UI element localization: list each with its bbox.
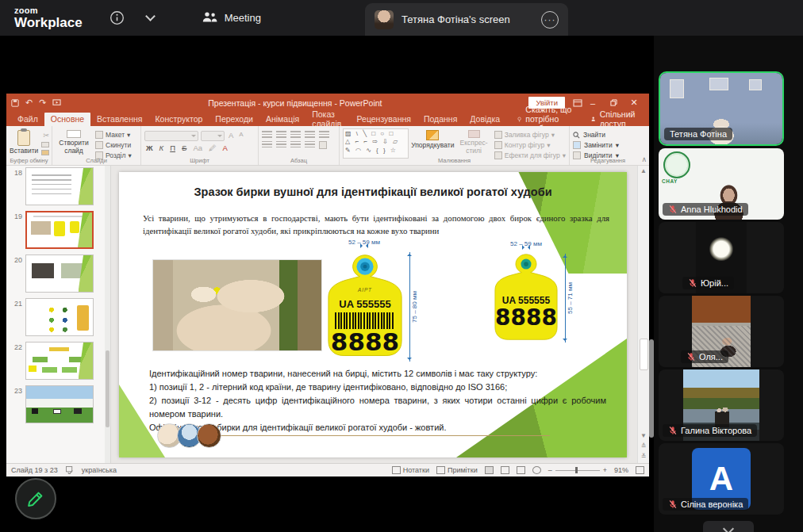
reset-button[interactable]: Скинути bbox=[95, 141, 132, 149]
paste-button[interactable]: Вставити bbox=[10, 128, 38, 155]
tab-file[interactable]: Файл bbox=[11, 113, 44, 126]
info-icon[interactable] bbox=[110, 10, 125, 25]
tab-review[interactable]: Рецензування bbox=[351, 113, 417, 126]
editor-scrollbar-thumb[interactable] bbox=[640, 339, 648, 370]
copy-icon[interactable] bbox=[41, 142, 49, 147]
collapse-ribbon-icon[interactable]: ∧ bbox=[641, 155, 647, 163]
editor-scrollbar[interactable]: ▲ ▼ ≙ ≚ bbox=[637, 166, 649, 463]
italic-button[interactable]: К bbox=[158, 144, 166, 152]
thumbnail-row[interactable]: 22 bbox=[11, 342, 110, 380]
shape-fill-button[interactable]: Заливка фігур ▾ bbox=[494, 131, 566, 139]
numbering-icon[interactable] bbox=[276, 131, 286, 139]
spellcheck-icon[interactable] bbox=[66, 466, 74, 474]
thumbnail-scrollbar[interactable] bbox=[105, 166, 110, 463]
thumbnail-row[interactable]: 23 bbox=[11, 385, 110, 423]
participant-tile-halyna[interactable]: Галина Вікторова bbox=[659, 369, 784, 441]
reading-view-button[interactable] bbox=[517, 466, 525, 474]
comments-button[interactable]: Примітки bbox=[436, 466, 478, 474]
slide-21-thumbnail[interactable] bbox=[25, 298, 94, 336]
justify-icon[interactable] bbox=[305, 141, 315, 149]
slideshow-icon[interactable] bbox=[52, 99, 61, 107]
undo-icon[interactable]: ↶ bbox=[25, 98, 33, 108]
slide-22-thumbnail[interactable] bbox=[25, 342, 94, 380]
align-right-icon[interactable] bbox=[290, 141, 301, 149]
tab-transitions[interactable]: Переходи bbox=[209, 113, 259, 126]
thumbnail-row[interactable]: 20 bbox=[11, 255, 110, 293]
font-color-button[interactable]: А bbox=[221, 144, 229, 152]
slide-sorter-view-button[interactable] bbox=[501, 466, 509, 474]
slide-canvas[interactable]: Зразок бирки вушної для ідентифікації ве… bbox=[119, 172, 627, 457]
zoom-slider[interactable]: – + bbox=[548, 466, 607, 474]
thumbnail-scrollbar-thumb[interactable] bbox=[106, 350, 110, 428]
align-left-icon[interactable] bbox=[262, 141, 272, 149]
zoom-out-icon[interactable]: – bbox=[548, 466, 552, 474]
participant-tile-silina[interactable]: A Сіліна вероніка bbox=[659, 443, 784, 515]
arrange-button[interactable]: Упорядкувати bbox=[412, 128, 453, 155]
line-spacing-icon[interactable] bbox=[319, 131, 329, 139]
scroll-down-icon[interactable]: ▼ bbox=[638, 432, 649, 439]
more-options-icon[interactable]: ··· bbox=[541, 11, 559, 29]
scroll-more-participants-button[interactable] bbox=[703, 521, 754, 532]
previous-slide-button[interactable]: ≙ bbox=[638, 442, 649, 450]
zoom-slider-thumb[interactable] bbox=[575, 467, 578, 473]
font-size-box[interactable] bbox=[201, 131, 225, 141]
find-button[interactable]: Знайти bbox=[573, 131, 619, 139]
language-indicator[interactable]: українська bbox=[82, 466, 117, 474]
participant-tile-yurii[interactable]: Юрій... bbox=[659, 222, 784, 293]
thumbnail-row-selected[interactable]: 19 bbox=[11, 211, 110, 249]
align-center-icon[interactable] bbox=[276, 141, 286, 149]
tab-view[interactable]: Подання bbox=[417, 113, 463, 126]
bold-button[interactable]: Ж bbox=[144, 144, 155, 152]
slide-23-thumbnail[interactable] bbox=[25, 385, 94, 423]
tab-screen-share[interactable]: Тетяна Фотіна's screen ··· bbox=[365, 3, 568, 36]
tab-design[interactable]: Конструктор bbox=[148, 113, 209, 126]
slide-18-thumbnail[interactable] bbox=[25, 167, 94, 205]
thumbnail-row[interactable]: 18 bbox=[11, 167, 110, 205]
quick-styles-button[interactable]: Експрес-стилі bbox=[456, 128, 490, 155]
shrink-font-icon[interactable]: А bbox=[237, 131, 244, 141]
tab-help[interactable]: Довідка bbox=[463, 113, 506, 126]
layout-button[interactable]: Макет ▾ bbox=[95, 131, 132, 139]
shape-outline-button[interactable]: Контур фігур ▾ bbox=[494, 141, 566, 149]
replace-button[interactable]: Замінити ▾ bbox=[573, 141, 619, 149]
restore-button[interactable] bbox=[603, 98, 624, 108]
cut-icon[interactable]: ✂ bbox=[41, 131, 51, 140]
annotation-pencil-button[interactable] bbox=[15, 478, 56, 519]
slide-20-thumbnail[interactable] bbox=[25, 255, 94, 293]
tab-meeting[interactable]: Meeting bbox=[192, 5, 271, 32]
participant-tile-tetiana[interactable]: Тетяна Фотіна bbox=[659, 71, 784, 146]
format-painter-icon[interactable] bbox=[41, 150, 49, 155]
slide-19-thumbnail[interactable] bbox=[25, 211, 94, 249]
thumbnail-row[interactable]: 21 bbox=[11, 298, 110, 336]
indent-increase-icon[interactable] bbox=[305, 131, 315, 139]
zoom-level[interactable]: 91% bbox=[614, 466, 628, 474]
shapes-gallery[interactable]: ▨ \ ╲ □ ○ □ △ ⌐ ⌐ ⇨ ⇩ ▱ ✎ ◠ ∿ { } ☆ bbox=[343, 128, 409, 159]
close-button[interactable]: ✕ bbox=[624, 98, 644, 108]
redo-icon[interactable]: ↷ bbox=[39, 98, 46, 108]
scroll-up-icon[interactable]: ▲ bbox=[638, 167, 649, 174]
font-name-box[interactable] bbox=[144, 131, 198, 141]
new-slide-button[interactable]: Створити слайд bbox=[56, 128, 92, 155]
fit-to-window-icon[interactable] bbox=[636, 466, 644, 474]
tab-insert[interactable]: Вставлення bbox=[90, 113, 148, 126]
slideshow-view-button[interactable] bbox=[532, 466, 541, 474]
next-slide-button[interactable]: ≚ bbox=[638, 453, 649, 460]
columns-icon[interactable] bbox=[319, 141, 327, 149]
highlight-button[interactable]: 🖉 bbox=[207, 144, 218, 152]
grow-font-icon[interactable]: А bbox=[227, 131, 235, 141]
participant-tile-anna[interactable]: CHAY Anna Hlukhodid bbox=[659, 148, 784, 220]
change-case-button[interactable]: Аа bbox=[191, 144, 204, 152]
indent-decrease-icon[interactable] bbox=[290, 131, 301, 139]
zoom-slider-track[interactable] bbox=[555, 470, 600, 471]
zoom-in-icon[interactable]: + bbox=[603, 466, 607, 474]
notes-button[interactable]: Нотатки bbox=[392, 466, 429, 474]
strikethrough-button[interactable]: S bbox=[180, 144, 188, 152]
participant-tile-olia[interactable]: Оля... bbox=[659, 296, 784, 367]
normal-view-button[interactable] bbox=[485, 466, 494, 474]
tab-home[interactable]: Основне bbox=[44, 113, 90, 126]
bullets-icon[interactable] bbox=[262, 131, 272, 139]
underline-button[interactable]: П bbox=[168, 144, 177, 152]
tab-animations[interactable]: Анімація bbox=[259, 113, 305, 126]
chevron-down-icon[interactable] bbox=[145, 11, 156, 21]
save-icon[interactable] bbox=[11, 99, 19, 107]
